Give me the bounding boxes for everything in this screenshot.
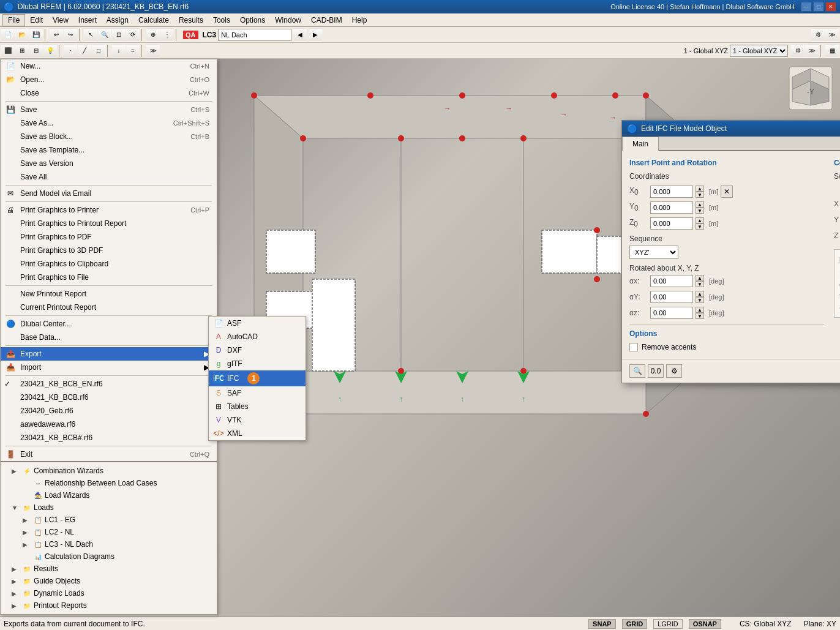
menu-tools[interactable]: Tools	[208, 15, 235, 26]
tb-zoom-in[interactable]: 🔍	[98, 28, 111, 42]
menu-cad-bim[interactable]: CAD-BIM	[306, 15, 347, 26]
status-lgrid[interactable]: LGRID	[653, 619, 683, 629]
export-xml[interactable]: </> XML	[209, 427, 306, 440]
y0-spin-down[interactable]: ▼	[696, 208, 704, 214]
status-snap[interactable]: SNAP	[588, 619, 616, 629]
x0-spin-up[interactable]: ▲	[696, 186, 704, 192]
menu-edit[interactable]: Edit	[25, 15, 48, 26]
y0-spin-up[interactable]: ▲	[696, 201, 704, 208]
tb2-results[interactable]: ≈	[126, 44, 140, 58]
x0-input[interactable]	[650, 186, 693, 198]
export-tables[interactable]: ⊞ Tables	[209, 400, 306, 413]
tb-open[interactable]: 📂	[15, 28, 29, 42]
close-btn[interactable]: ✕	[825, 2, 836, 12]
tb2-view-3d[interactable]: ⬛	[1, 44, 15, 58]
menu-item-base-data[interactable]: Base Data...	[1, 331, 217, 344]
menu-window[interactable]: Window	[270, 15, 306, 26]
ax-spin-down[interactable]: ▼	[696, 281, 704, 287]
menu-view[interactable]: View	[48, 15, 73, 26]
menu-item-open[interactable]: 📂 Open... Ctrl+O	[1, 73, 217, 86]
az-input[interactable]	[650, 307, 693, 319]
tb2-lights[interactable]: 💡	[43, 44, 57, 58]
status-osnap[interactable]: OSNAP	[689, 619, 721, 629]
export-vtk[interactable]: V VTK	[209, 413, 306, 427]
menu-item-exit[interactable]: 🚪 Exit Ctrl+Q	[1, 448, 217, 461]
tree-combination-wizards[interactable]: ▶ ⚡ Combination Wizards	[1, 465, 217, 477]
tb-redo[interactable]: ↪	[64, 28, 77, 42]
az-spin-up[interactable]: ▲	[696, 307, 704, 313]
menu-item-send-email[interactable]: ✉ Send Model via Email	[1, 187, 217, 200]
menu-item-cur-printout[interactable]: Current Printout Report	[1, 301, 217, 314]
nav-cube[interactable]: -Y	[786, 64, 835, 113]
menu-item-new[interactable]: 📄 New... Ctrl+N	[1, 59, 217, 73]
menu-insert[interactable]: Insert	[73, 15, 102, 26]
menu-item-save-all[interactable]: Save All	[1, 170, 217, 184]
menu-assign[interactable]: Assign	[102, 15, 133, 26]
menu-item-print-3dpdf[interactable]: Print Graphics to 3D PDF	[1, 244, 217, 257]
tb-new[interactable]: 📄	[1, 28, 15, 42]
export-autocad[interactable]: A AutoCAD	[209, 330, 306, 343]
menu-calculate[interactable]: Calculate	[133, 15, 174, 26]
menu-item-recent-5[interactable]: 230421_KB_BCB#.rf6	[1, 431, 217, 444]
export-gitf[interactable]: g gITF	[209, 357, 306, 370]
tb-zoom-all[interactable]: ⊡	[112, 28, 126, 42]
z0-spin-down[interactable]: ▼	[696, 223, 704, 230]
tree-calc-diagrams[interactable]: 📊 Calculation Diagrams	[1, 550, 217, 563]
tb-rotate[interactable]: ⟳	[126, 28, 140, 42]
remove-accents-cb[interactable]	[629, 343, 638, 351]
tree-printout-reports[interactable]: ▶ 📁 Printout Reports	[1, 599, 217, 612]
menu-item-save[interactable]: 💾 Save Ctrl+S	[1, 103, 217, 116]
tree-relationship-load-cases[interactable]: ↔ Relationship Between Load Cases	[1, 477, 217, 489]
tb-snap[interactable]: ⊕	[146, 28, 160, 42]
menu-item-print-pdf[interactable]: Print Graphics to PDF	[1, 230, 217, 244]
tree-lc1[interactable]: ▶ 📋 LC1 - EG	[1, 514, 217, 526]
menu-item-recent-2[interactable]: 230421_KB_BCB.rf6	[1, 391, 217, 404]
menu-item-save-template[interactable]: Save as Template...	[1, 143, 217, 157]
tb2-view-top[interactable]: ⊞	[15, 44, 29, 58]
menu-item-recent-1[interactable]: ✓ 230421_KB_BCB_EN.rf6	[1, 377, 217, 391]
tb-save[interactable]: 💾	[29, 28, 43, 42]
menu-item-recent-3[interactable]: 230420_Geb.rf6	[1, 404, 217, 418]
export-ifc[interactable]: IFC IFC 1	[209, 370, 306, 386]
coord-system-select[interactable]: 1 - Global XYZ	[730, 45, 788, 57]
menu-item-export[interactable]: 📤 Export ▶	[1, 347, 217, 361]
tb2-view-front[interactable]: ⊟	[29, 44, 43, 58]
menu-item-print-clipboard[interactable]: Print Graphics to Clipboard	[1, 257, 217, 271]
tb2-more2[interactable]: ≫	[805, 44, 819, 58]
tree-lc3[interactable]: ▶ 📋 LC3 - NL Dach	[1, 538, 217, 550]
x0-spin-down[interactable]: ▼	[696, 192, 704, 198]
menu-item-dlubal-center[interactable]: 🔵 Dlubal Center...	[1, 317, 217, 331]
ax-spin-up[interactable]: ▲	[696, 275, 704, 281]
maximize-btn[interactable]: □	[813, 2, 824, 12]
footer-search-btn[interactable]: 🔍	[629, 364, 645, 378]
ay-spin-down[interactable]: ▼	[696, 297, 704, 303]
footer-info-btn[interactable]: 0.0	[648, 364, 664, 378]
z0-spin-up[interactable]: ▲	[696, 217, 704, 223]
menu-help[interactable]: Help	[347, 15, 372, 26]
menu-item-print-printer[interactable]: 🖨 Print Graphics to Printer Ctrl+P	[1, 203, 217, 217]
tree-load-wizards[interactable]: 🧙 Load Wizards	[1, 489, 217, 501]
menu-options[interactable]: Options	[235, 15, 270, 26]
status-grid[interactable]: GRID	[622, 619, 648, 629]
az-spin-down[interactable]: ▼	[696, 313, 704, 319]
menu-item-print-report[interactable]: Print Graphics to Printout Report	[1, 217, 217, 230]
export-dxf[interactable]: D DXF	[209, 343, 306, 357]
tb2-view-settings[interactable]: ⚙	[791, 44, 804, 58]
menu-file[interactable]: File	[2, 14, 25, 26]
tree-guide-objects[interactable]: ▶ 📁 Guide Objects	[1, 575, 217, 587]
tb2-surfaces[interactable]: □	[92, 44, 105, 58]
menu-item-import[interactable]: 📥 Import ▶	[1, 361, 217, 374]
minimize-btn[interactable]: ─	[801, 2, 812, 12]
menu-item-print-file[interactable]: Print Graphics to File	[1, 271, 217, 284]
tb-undo[interactable]: ↩	[50, 28, 63, 42]
menu-item-save-version[interactable]: Save as Version	[1, 157, 217, 170]
tb2-render[interactable]: ▦	[825, 44, 839, 58]
menu-item-save-as[interactable]: Save As... Ctrl+Shift+S	[1, 116, 217, 130]
y0-input[interactable]	[650, 201, 693, 214]
menu-results[interactable]: Results	[174, 15, 208, 26]
tb-settings[interactable]: ⚙	[811, 28, 825, 42]
export-saf[interactable]: S SAF	[209, 386, 306, 400]
lc-prev[interactable]: ◀	[293, 28, 307, 42]
sequence-select[interactable]: XYZ' XYZ ZYX	[629, 246, 678, 259]
footer-settings-btn[interactable]: ⚙	[666, 364, 682, 378]
